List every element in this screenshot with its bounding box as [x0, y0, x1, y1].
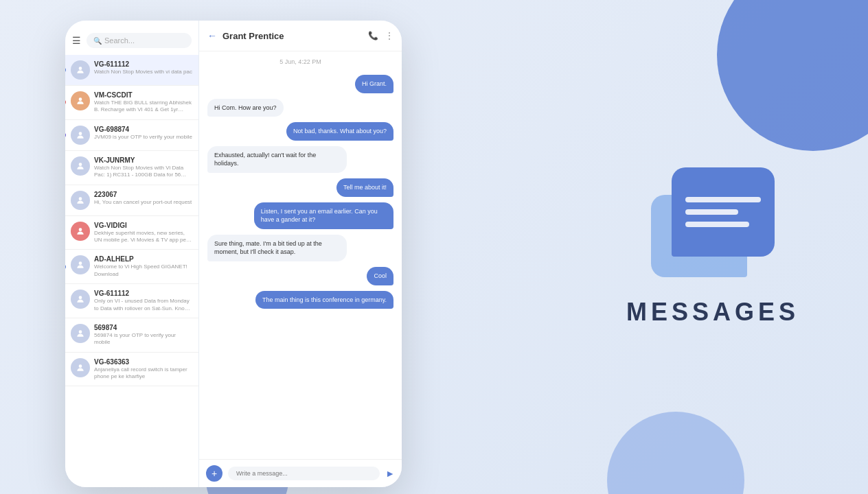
bg-decoration-circle-bottom — [607, 412, 744, 494]
svg-point-7 — [79, 296, 82, 299]
chat-panel: ← Grant Prentice 📞 ⋮ 5 Jun, 4:22 PM Hi G… — [199, 21, 402, 487]
list-item[interactable]: VK-JUNRMY Watch Non Stop Movies with Vi … — [65, 151, 198, 185]
svg-point-1 — [79, 97, 82, 101]
conv-name: 223067 — [94, 191, 193, 198]
list-item[interactable]: VG-VIDIGI Dekhiye superhit movies, new s… — [65, 216, 198, 250]
conversation-list: ☰ 🔍 Search... VG-611112 Watch Non Stop M… — [65, 21, 199, 487]
avatar — [71, 156, 90, 176]
conv-text: VG-VIDIGI Dekhiye superhit movies, new s… — [94, 222, 193, 244]
conv-text: VG-636363 Anjaneliya call record switch … — [94, 358, 193, 381]
call-icon[interactable]: 📞 — [368, 31, 378, 40]
conv-name: VG-636363 — [94, 358, 193, 366]
conv-text: AD-ALHELP Welcome to Vi High Speed GIGAN… — [94, 255, 193, 278]
unread-dot — [65, 68, 66, 73]
svg-point-8 — [79, 330, 82, 333]
unread-dot — [65, 132, 66, 137]
conv-list-container: VG-611112 Watch Non Stop Movies with vi … — [65, 55, 198, 386]
chat-input-bar: + ► — [199, 459, 402, 487]
conv-preview: Anjaneliya call record switch is tamper … — [94, 366, 193, 381]
conv-name: VG-611112 — [94, 60, 193, 68]
hamburger-icon[interactable]: ☰ — [72, 35, 81, 46]
svg-point-0 — [79, 67, 82, 70]
conv-preview: 569874 is your OTP to verify your mobile — [94, 332, 193, 346]
message-bubble: Hi Grant. — [355, 75, 393, 93]
conv-preview: Dekhiye superhit movies, new series, UN … — [94, 230, 193, 244]
contact-name: Grant Prentice — [222, 31, 363, 41]
send-button[interactable]: ► — [385, 468, 395, 479]
chat-header: ← Grant Prentice 📞 ⋮ — [199, 21, 402, 51]
phone-mockup: ☰ 🔍 Search... VG-611112 Watch Non Stop M… — [65, 21, 402, 487]
conv-preview: Only on VI - unused Data from Monday to … — [94, 298, 193, 312]
message-bubble: Hi Com. How are you? — [207, 99, 284, 117]
bubble-line-1 — [685, 197, 761, 202]
list-item[interactable]: VG-611112 Only on VI - unused Data from … — [65, 284, 198, 318]
svg-point-3 — [79, 163, 82, 166]
svg-point-6 — [79, 262, 82, 266]
avatar — [71, 290, 90, 309]
conv-preview: Watch THE BIG BULL starring Abhishek B. … — [94, 99, 193, 114]
message-bubble: Tell me about it! — [336, 178, 393, 197]
conv-name: 569874 — [94, 324, 193, 331]
conv-text: VG-698874 JVM09 is your OTP to verify yo… — [94, 126, 193, 141]
list-item[interactable]: VM-CSCDIT Watch THE BIG BULL starring Ab… — [65, 86, 198, 120]
conv-list-header: ☰ 🔍 Search... — [65, 21, 198, 55]
search-bar[interactable]: 🔍 Search... — [87, 33, 192, 48]
avatar — [71, 324, 90, 343]
conv-text: VM-CSCDIT Watch THE BIG BULL starring Ab… — [94, 91, 193, 114]
unread-dot — [65, 100, 66, 105]
conv-name: AD-ALHELP — [94, 255, 193, 263]
message-bubble: Sure thing, mate. I'm a bit tied up at t… — [207, 235, 347, 261]
list-item[interactable]: AD-ALHELP Welcome to Vi High Speed GIGAN… — [65, 250, 198, 284]
add-attachment-button[interactable]: + — [206, 465, 222, 482]
conv-text: 569874 569874 is your OTP to verify your… — [94, 324, 193, 346]
message-bubble: Cool — [367, 267, 393, 285]
unread-dot — [65, 264, 66, 269]
search-icon: 🔍 — [93, 37, 102, 45]
message-bubble: Not bad, thanks. What about you? — [286, 122, 393, 141]
avatar — [71, 358, 90, 377]
bubble-front — [672, 167, 775, 257]
conv-name: VG-698874 — [94, 126, 193, 133]
svg-point-5 — [79, 228, 82, 231]
svg-point-2 — [79, 132, 82, 135]
conv-text: VK-JUNRMY Watch Non Stop Movies with Vi … — [94, 156, 193, 179]
conv-name: VG-611112 — [94, 290, 193, 297]
conv-name: VG-VIDIGI — [94, 222, 193, 229]
list-item[interactable]: VG-698874 JVM09 is your OTP to verify yo… — [65, 120, 198, 151]
more-options-icon[interactable]: ⋮ — [385, 31, 393, 40]
message-bubble: The main thing is this conference in ger… — [255, 291, 393, 309]
conv-text: VG-611112 Watch Non Stop Movies with vi … — [94, 60, 193, 75]
list-item[interactable]: VG-636363 Anjaneliya call record switch … — [65, 353, 198, 387]
conv-preview: Watch Non Stop Movies with vi data pac — [94, 69, 193, 75]
list-item[interactable]: VG-611112 Watch Non Stop Movies with vi … — [65, 55, 198, 86]
conv-preview: Welcome to Vi High Speed GIGANET! Downlo… — [94, 263, 193, 278]
avatar — [71, 222, 90, 241]
conv-name: VM-CSCDIT — [94, 91, 193, 99]
svg-point-9 — [79, 364, 82, 368]
conv-text: 223067 Hi, You can cancel your port-out … — [94, 191, 193, 206]
list-item[interactable]: 569874 569874 is your OTP to verify your… — [65, 318, 198, 353]
avatar — [71, 126, 90, 145]
conv-name: VK-JUNRMY — [94, 156, 193, 164]
search-placeholder: Search... — [104, 36, 135, 45]
message-bubble: Exhausted, actually! can't wait for the … — [207, 146, 347, 173]
chat-date: 5 Jun, 4:22 PM — [199, 51, 402, 69]
svg-point-4 — [79, 197, 82, 200]
bubble-line-2 — [685, 209, 738, 215]
avatar — [71, 91, 90, 110]
app-title: MESSAGES — [626, 298, 799, 327]
message-input[interactable] — [228, 467, 380, 480]
conv-preview: Watch Non Stop Movies with Vi Data Pac: … — [94, 165, 193, 179]
bubble-line-3 — [685, 222, 750, 227]
messages-icon — [651, 167, 775, 277]
back-button[interactable]: ← — [207, 30, 217, 41]
avatar — [71, 191, 90, 210]
conv-text: VG-611112 Only on VI - unused Data from … — [94, 290, 193, 312]
conv-preview: JVM09 is your OTP to verify your mobile — [94, 134, 193, 141]
list-item[interactable]: 223067 Hi, You can cancel your port-out … — [65, 185, 198, 216]
avatar — [71, 255, 90, 274]
chat-messages-container: Hi Grant.Hi Com. How are you?Not bad, th… — [199, 69, 402, 459]
bg-decoration-circle-top — [717, 0, 868, 151]
avatar — [71, 60, 90, 80]
conv-preview: Hi, You can cancel your port-out request — [94, 199, 193, 206]
